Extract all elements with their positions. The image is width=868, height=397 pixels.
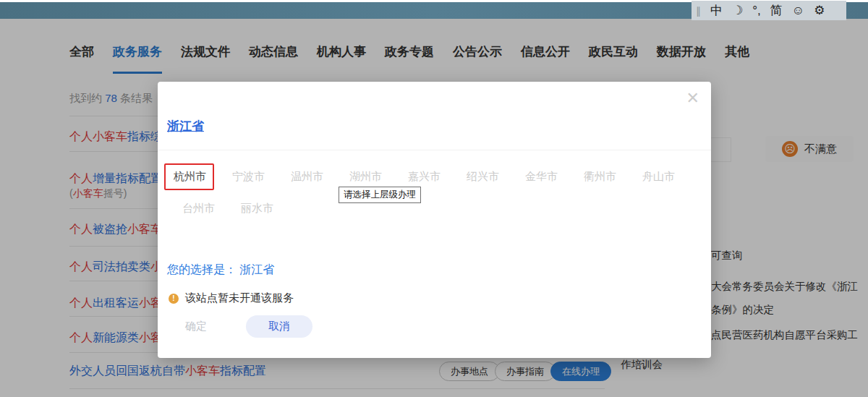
divider bbox=[69, 388, 605, 389]
result-text: 新能源类 bbox=[93, 331, 139, 343]
province-link[interactable]: 浙江省 bbox=[167, 118, 204, 135]
sad-face-icon: ☹ bbox=[782, 141, 798, 157]
selection-label: 您的选择是： bbox=[167, 263, 237, 276]
tab-special-topics[interactable]: 政务专题 bbox=[385, 43, 434, 74]
result-text: 个人 bbox=[69, 260, 93, 273]
tab-news[interactable]: 动态信息 bbox=[249, 43, 298, 74]
tab-announcements[interactable]: 公告公示 bbox=[453, 43, 502, 74]
satisfaction-button-fragment[interactable] bbox=[710, 137, 731, 162]
result-link[interactable]: 个人新能源类小客 bbox=[69, 330, 158, 346]
result-text: 个人 bbox=[69, 223, 93, 235]
ime-toolbar: ∥ 中 ☽ °, 简 ☺ ⚙ bbox=[692, 1, 846, 20]
right-text-fragment: 作培训会 bbox=[621, 358, 663, 372]
result-count: 找到约 78 条结果 bbox=[69, 92, 153, 106]
right-text-fragment: 条例》的决定 bbox=[711, 303, 774, 317]
city-option-lishui[interactable]: 丽水市 bbox=[241, 202, 276, 215]
confirm-button[interactable]: 确定 bbox=[185, 320, 207, 333]
result-text: 指标综 bbox=[127, 130, 158, 142]
result-text: 小客 bbox=[139, 296, 158, 309]
region-picker-dialog: ✕ 浙江省 杭州市 宁波市 温州市 湖州市 嘉兴市 绍兴市 金华市 衢州市 舟山… bbox=[158, 82, 711, 358]
result-text: 司法拍卖类 bbox=[93, 260, 150, 273]
tooltip: 请选择上层级办理 bbox=[339, 187, 421, 203]
category-tabs: 全部 政务服务 法规文件 动态信息 机构人事 政务专题 公告公示 信息公开 政民… bbox=[69, 43, 749, 74]
result-text: 小客车 bbox=[185, 364, 220, 377]
tab-info-disclosure[interactable]: 信息公开 bbox=[521, 43, 570, 74]
result-link[interactable]: 个人出租客运小客 bbox=[69, 296, 158, 311]
emoji-icon[interactable]: ☺ bbox=[792, 4, 804, 17]
punctuation-icon[interactable]: °, bbox=[752, 4, 761, 17]
result-count-number: 78 bbox=[105, 92, 117, 104]
tab-government-services[interactable]: 政务服务 bbox=[113, 43, 162, 74]
current-selection: 您的选择是： 浙江省 bbox=[167, 262, 274, 278]
result-text: 个人 bbox=[69, 172, 93, 184]
close-icon[interactable]: ✕ bbox=[686, 90, 699, 106]
city-row-2: 台州市 丽水市 bbox=[182, 202, 299, 215]
city-row-1: 杭州市 宁波市 温州市 湖州市 嘉兴市 绍兴市 金华市 衢州市 舟山市 bbox=[174, 170, 701, 184]
city-option-jinhua[interactable]: 金华市 bbox=[525, 170, 560, 184]
city-option-zhoushan[interactable]: 舟山市 bbox=[642, 170, 677, 184]
tab-regulations[interactable]: 法规文件 bbox=[181, 43, 230, 74]
city-option-hangzhou[interactable]: 杭州市 bbox=[174, 170, 208, 184]
city-option-huzhou[interactable]: 湖州市 bbox=[349, 170, 384, 184]
result-text: 个人 bbox=[69, 296, 93, 309]
result-text: 小客 bbox=[139, 331, 158, 343]
tab-all[interactable]: 全部 bbox=[69, 43, 94, 74]
right-text-fragment: 大会常务委员会关于修改《浙江 bbox=[711, 280, 858, 294]
result-text: 个人 bbox=[69, 331, 93, 343]
dissatisfied-button[interactable]: ☹ 不满意 bbox=[765, 136, 854, 162]
cancel-button[interactable]: 取消 bbox=[246, 315, 312, 338]
tab-other[interactable]: 其他 bbox=[725, 43, 749, 74]
settings-gear-icon[interactable]: ⚙ bbox=[814, 4, 825, 17]
selection-value: 浙江省 bbox=[239, 263, 274, 276]
result-text: 小客车 bbox=[73, 187, 103, 199]
result-link[interactable]: 个人被盗抢小客车 bbox=[69, 222, 158, 237]
divider bbox=[158, 150, 711, 150]
result-link[interactable]: 个人小客车指标综 bbox=[69, 129, 158, 145]
result-text: 小 bbox=[150, 260, 158, 273]
result-text: 增量指标配置 bbox=[93, 172, 158, 184]
tab-personnel[interactable]: 机构人事 bbox=[317, 43, 366, 74]
city-option-ningbo[interactable]: 宁波市 bbox=[232, 170, 267, 184]
dissatisfied-label: 不满意 bbox=[804, 142, 837, 156]
tab-open-data[interactable]: 数据开放 bbox=[657, 43, 706, 74]
city-option-shaoxing[interactable]: 绍兴市 bbox=[467, 170, 501, 184]
city-option-wenzhou[interactable]: 温州市 bbox=[291, 170, 326, 184]
result-text: 个人小客车 bbox=[69, 130, 127, 142]
city-option-jiaxing[interactable]: 嘉兴市 bbox=[408, 170, 443, 184]
halfmoon-icon[interactable]: ☽ bbox=[732, 4, 743, 17]
result-link[interactable]: 外交人员回国返杭自带小客车指标配置 bbox=[69, 364, 446, 379]
result-text: 被盗抢 bbox=[93, 223, 127, 235]
result-count-suffix: 条结果 bbox=[120, 92, 153, 104]
result-count-prefix: 找到约 bbox=[69, 92, 102, 104]
right-text-fragment: 可查询 bbox=[711, 249, 743, 262]
city-option-taizhou[interactable]: 台州市 bbox=[182, 202, 217, 215]
result-text: 指标配置 bbox=[220, 364, 266, 377]
chinese-mode-icon[interactable]: 中 bbox=[710, 4, 723, 17]
result-link[interactable]: 个人司法拍卖类小 bbox=[69, 260, 158, 275]
online-handling-button[interactable]: 在线办理 bbox=[550, 362, 611, 381]
result-text: 小客车 bbox=[127, 223, 158, 235]
drag-handle-icon[interactable]: ∥ bbox=[696, 6, 701, 16]
result-text: 摇号) bbox=[103, 187, 127, 199]
warning-icon: ! bbox=[169, 294, 179, 304]
result-subtitle: (小客车摇号) bbox=[69, 187, 127, 200]
service-location-button[interactable]: 办事地点 bbox=[439, 362, 500, 381]
result-text: 外交人员回国返杭自带 bbox=[69, 364, 185, 377]
warning-text: 该站点暂未开通该服务 bbox=[185, 291, 294, 305]
result-link[interactable]: 个人增量指标配置 bbox=[69, 171, 158, 187]
right-text-fragment: 点民营医药机构自愿平台采购工 bbox=[711, 328, 858, 342]
tab-interaction[interactable]: 政民互动 bbox=[589, 43, 638, 74]
service-guide-button[interactable]: 办事指南 bbox=[495, 362, 556, 381]
city-option-quzhou[interactable]: 衢州市 bbox=[584, 170, 618, 184]
result-text: 出租客运 bbox=[93, 296, 139, 309]
warning-message: ! 该站点暂未开通该服务 bbox=[169, 291, 294, 305]
simplified-chinese-icon[interactable]: 简 bbox=[770, 4, 783, 17]
